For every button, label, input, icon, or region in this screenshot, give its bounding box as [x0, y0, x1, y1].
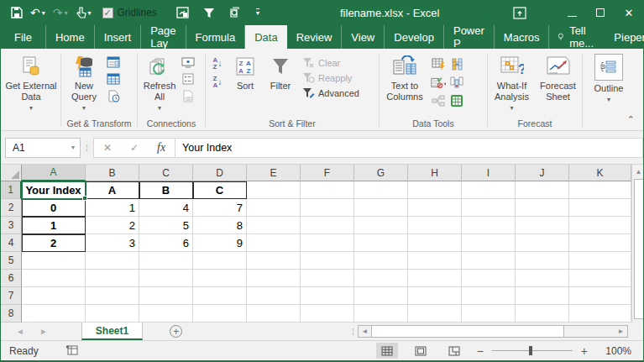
cell-K2[interactable]	[569, 199, 631, 217]
cell-D7[interactable]	[193, 287, 247, 305]
column-header-K[interactable]: K	[569, 165, 631, 181]
cell-A8[interactable]	[22, 305, 86, 323]
flash-fill-button[interactable]	[431, 57, 446, 71]
edit-links-button[interactable]	[181, 89, 196, 102]
cell-B2[interactable]: 1	[86, 199, 139, 217]
cell-F6[interactable]	[301, 270, 354, 287]
collapse-ribbon-button[interactable]: ⌃	[627, 114, 635, 125]
cell-C5[interactable]	[139, 252, 193, 270]
cell-H8[interactable]	[408, 305, 462, 323]
sheet-tab-sheet1[interactable]: Sheet1	[81, 323, 143, 340]
remove-duplicates-button[interactable]	[449, 57, 464, 71]
ribbon-display-options-button[interactable]	[505, 0, 534, 25]
column-header-D[interactable]: D	[193, 165, 247, 181]
tab-view[interactable]: View	[342, 25, 385, 49]
cell-K4[interactable]	[569, 234, 631, 252]
row-header-4[interactable]: 4	[1, 234, 22, 252]
recent-sources-button[interactable]	[106, 89, 121, 102]
vertical-scroll-thumb[interactable]	[634, 179, 644, 319]
filter-button[interactable]: Filter	[262, 50, 299, 114]
cell-A1[interactable]: Your Index	[22, 181, 86, 199]
cell-A4[interactable]: 2	[22, 234, 86, 252]
refresh-qat-button[interactable]	[229, 7, 242, 18]
zoom-level[interactable]: 100%	[599, 345, 631, 357]
tab-developer[interactable]: Develop	[385, 25, 444, 49]
cell-H1[interactable]	[408, 181, 462, 199]
sort-descending-button[interactable]: ZA↓	[213, 76, 223, 89]
cell-H5[interactable]	[408, 252, 462, 270]
cell-B3[interactable]: 2	[86, 217, 139, 234]
account-name[interactable]: Piepenbrei...	[605, 31, 644, 44]
column-header-J[interactable]: J	[516, 165, 569, 181]
column-header-C[interactable]: C	[139, 165, 193, 181]
row-header-8[interactable]: 8	[1, 305, 22, 323]
vertical-scrollbar[interactable]: ▲	[631, 165, 643, 323]
advanced-filter-button[interactable]: Advanced	[302, 87, 376, 98]
gridlines-checkbox[interactable]: ✓ Gridlines	[102, 7, 157, 18]
forecast-sheet-button[interactable]: Forecast Sheet	[535, 50, 581, 114]
cell-I2[interactable]	[462, 199, 516, 217]
cell-B7[interactable]	[86, 287, 139, 305]
cell-G6[interactable]	[354, 270, 408, 287]
column-header-B[interactable]: B	[86, 165, 139, 181]
cell-E8[interactable]	[247, 305, 301, 323]
refresh-all-button[interactable]: Refresh All ▾	[139, 50, 181, 114]
cell-F5[interactable]	[301, 252, 354, 270]
cell-I6[interactable]	[462, 270, 516, 287]
save-button[interactable]	[11, 7, 23, 18]
cell-K6[interactable]	[569, 270, 631, 287]
sort-button[interactable]: ZAAZ Sort	[228, 50, 262, 114]
cell-D5[interactable]	[193, 252, 247, 270]
cell-B1[interactable]: A	[86, 181, 139, 199]
cell-J1[interactable]	[516, 181, 569, 199]
cell-J3[interactable]	[516, 217, 569, 234]
redo-button[interactable]: ↷▾	[53, 6, 68, 19]
cell-G3[interactable]	[354, 217, 408, 234]
cell-B8[interactable]	[86, 305, 139, 323]
name-box[interactable]: A1 ▾	[5, 138, 81, 158]
scroll-left-icon[interactable]: ◄	[359, 326, 371, 337]
horizontal-scroll-track[interactable]	[564, 326, 615, 337]
tab-macros[interactable]: Macros	[495, 25, 550, 49]
cell-F1[interactable]	[301, 181, 354, 199]
zoom-slider-thumb[interactable]	[529, 346, 532, 355]
cell-A2[interactable]: 0	[22, 199, 86, 217]
cell-C8[interactable]	[139, 305, 193, 323]
cell-E2[interactable]	[247, 199, 301, 217]
column-header-G[interactable]: G	[354, 165, 408, 181]
scroll-right-icon[interactable]: ►	[615, 326, 627, 337]
cell-G2[interactable]	[354, 199, 408, 217]
page-break-preview-button[interactable]	[443, 343, 465, 359]
sort-ascending-button[interactable]: AZ↓	[213, 57, 223, 71]
close-button[interactable]: ✕	[615, 0, 643, 25]
consolidate-button[interactable]	[449, 76, 464, 89]
cell-C6[interactable]	[139, 270, 193, 287]
cell-H4[interactable]	[408, 234, 462, 252]
cell-A7[interactable]	[22, 287, 86, 305]
cell-I3[interactable]	[462, 217, 516, 234]
tab-page-layout[interactable]: Page Lay	[141, 25, 186, 49]
column-header-A[interactable]: A	[22, 165, 86, 181]
tell-me-button[interactable]: Tell me...	[549, 24, 605, 50]
cell-J7[interactable]	[516, 287, 569, 305]
horizontal-scroll-thumb[interactable]	[371, 326, 564, 337]
cell-H7[interactable]	[408, 287, 462, 305]
cell-K7[interactable]	[569, 287, 631, 305]
properties-button[interactable]	[181, 72, 196, 86]
get-external-data-button[interactable]: Get External Data ▾	[3, 50, 60, 114]
macro-record-button[interactable]	[65, 344, 78, 358]
cell-B5[interactable]	[86, 252, 139, 270]
minimize-button[interactable]	[558, 0, 586, 25]
row-header-7[interactable]: 7	[1, 287, 22, 305]
cell-K1[interactable]	[569, 181, 631, 199]
column-header-H[interactable]: H	[408, 165, 462, 181]
cell-A6[interactable]	[22, 270, 86, 287]
cell-I8[interactable]	[462, 305, 516, 323]
cell-G7[interactable]	[354, 287, 408, 305]
row-header-3[interactable]: 3	[1, 217, 22, 234]
cell-E1[interactable]	[247, 181, 301, 199]
horizontal-scrollbar[interactable]: ◄ ►	[358, 325, 628, 338]
filter-qat-button[interactable]	[203, 8, 215, 18]
previous-sheet-button[interactable]: ◄	[16, 327, 24, 336]
cell-G1[interactable]	[354, 181, 408, 199]
